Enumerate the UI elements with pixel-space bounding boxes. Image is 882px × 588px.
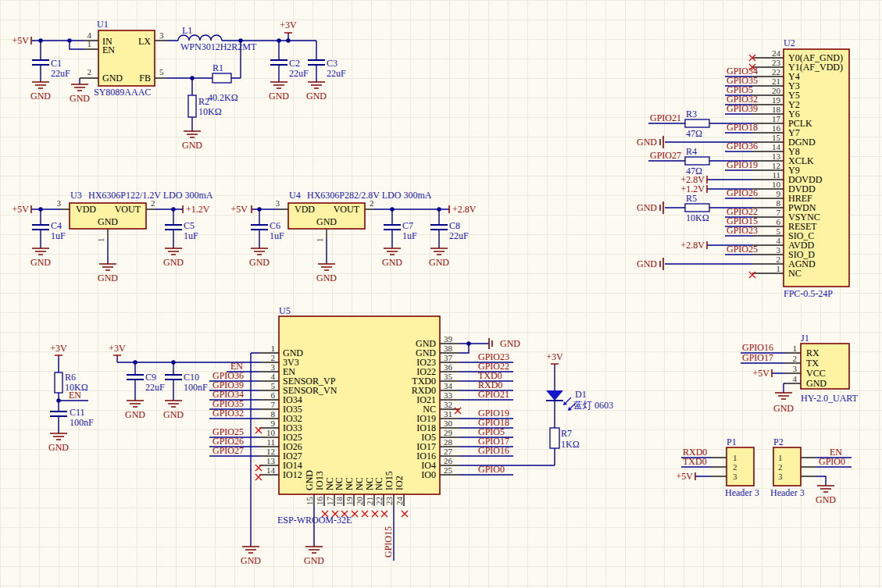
power-port-3v[interactable]: +3V (109, 343, 126, 354)
net-label[interactable]: GPIO0 (478, 464, 505, 475)
c1-value[interactable]: 22uF (51, 68, 70, 79)
net-label[interactable]: TXD0 (683, 456, 707, 467)
net-label[interactable]: GPIO23 (727, 225, 758, 236)
c10-value[interactable]: 100nF (184, 382, 208, 393)
net-label[interactable]: GPIO39 (727, 103, 758, 114)
c3-value[interactable]: 22uF (327, 68, 346, 79)
c5-ref[interactable]: C5 (184, 220, 195, 231)
u1-ref[interactable]: U1 (97, 19, 109, 30)
j1-footprint[interactable]: HY-2.0_UART (801, 393, 859, 404)
p1-ref[interactable]: P1 (727, 437, 737, 447)
power-port-1v2[interactable]: +1.2V (186, 204, 210, 215)
net-label[interactable]: GPIO21 (650, 112, 681, 123)
power-port-5v[interactable]: +5V (12, 35, 30, 46)
p2-ref[interactable]: P2 (773, 437, 784, 447)
r1-body[interactable] (212, 73, 231, 83)
c8-ref[interactable]: C8 (449, 220, 460, 231)
r2-body[interactable] (188, 95, 196, 117)
c5-value[interactable]: 1uF (184, 230, 198, 241)
r7-body[interactable] (550, 428, 559, 448)
power-port-2v8[interactable]: +2.8V (452, 204, 477, 215)
net-label[interactable]: GPIO27 (650, 150, 681, 161)
c3-body[interactable] (308, 60, 325, 65)
r3-body[interactable] (685, 119, 709, 127)
c9-body[interactable] (127, 375, 144, 380)
r7-value[interactable]: 1KΩ (561, 439, 580, 450)
power-port-3v[interactable]: +3V (546, 351, 563, 362)
r5-value[interactable]: 10KΩ (686, 212, 709, 223)
u4-ref[interactable]: U4 (289, 190, 301, 201)
u2-ref[interactable]: U2 (784, 37, 795, 48)
r1-value[interactable]: 40.2KΩ (208, 92, 238, 103)
power-port-3v[interactable]: +3V (50, 343, 67, 354)
c4-body[interactable] (32, 225, 49, 230)
u3-ref[interactable]: U3 (70, 190, 82, 201)
d1-value[interactable]: 蓝灯 0603 (573, 400, 613, 411)
r1-ref[interactable]: R1 (212, 62, 223, 73)
net-label[interactable]: GPIO18 (727, 122, 758, 133)
c9-value[interactable]: 22uF (145, 382, 165, 393)
power-port-3v[interactable]: +3V (280, 20, 297, 30)
p1-body[interactable] (727, 447, 754, 486)
c4-ref[interactable]: C4 (51, 220, 62, 231)
net-label-en[interactable]: EN (69, 390, 81, 401)
power-port-2v8[interactable]: +2.8V (681, 240, 705, 251)
r6-ref[interactable]: R6 (65, 372, 76, 383)
c1-body[interactable] (32, 60, 49, 65)
c7-ref[interactable]: C7 (402, 220, 413, 231)
net-label[interactable]: GPIO19 (727, 159, 758, 170)
r5-ref[interactable]: R5 (686, 193, 697, 204)
r2-value[interactable]: 10KΩ (198, 106, 222, 117)
l1-value[interactable]: WPN3012H2R2MT (180, 41, 257, 52)
u5-ref[interactable]: U5 (279, 305, 291, 316)
net-label[interactable]: GPIO21 (478, 389, 509, 400)
p2-footprint[interactable]: Header 3 (770, 487, 805, 498)
c8-value[interactable]: 22uF (449, 230, 469, 241)
r7-ref[interactable]: R7 (561, 428, 572, 439)
c11-ref[interactable]: C11 (70, 407, 85, 418)
c1-ref[interactable]: C1 (51, 58, 62, 69)
c3-ref[interactable]: C3 (327, 58, 337, 69)
net-label[interactable]: GPIO25 (727, 244, 758, 255)
power-port-5v[interactable]: +5V (753, 368, 770, 379)
net-label[interactable]: GPIO16 (478, 445, 509, 456)
r3-ref[interactable]: R3 (686, 109, 697, 119)
u2-footprint[interactable]: FPC-0.5-24P (784, 288, 833, 299)
p1-footprint[interactable]: Header 3 (725, 487, 759, 498)
net-label[interactable]: GPIO0 (819, 456, 845, 467)
net-label[interactable]: GPIO36 (727, 141, 758, 151)
r4-ref[interactable]: R4 (686, 146, 697, 157)
r4-value[interactable]: 47Ω (686, 166, 702, 176)
r6-body[interactable] (55, 372, 62, 393)
net-label[interactable]: GPIO26 (727, 187, 758, 198)
c2-ref[interactable]: C2 (289, 58, 300, 69)
c6-value[interactable]: 1uF (270, 230, 284, 241)
c10-ref[interactable]: C10 (184, 372, 199, 383)
c5-body[interactable] (165, 225, 182, 230)
c6-body[interactable] (251, 225, 268, 230)
r3-value[interactable]: 47Ω (686, 128, 702, 139)
c9-ref[interactable]: C9 (145, 372, 156, 383)
d1-ref[interactable]: D1 (575, 389, 587, 400)
l1-ref[interactable]: L1 (182, 25, 192, 36)
c10-body[interactable] (165, 375, 182, 380)
r5-body[interactable] (685, 204, 709, 212)
net-label[interactable]: GPIO32 (212, 408, 244, 419)
c7-value[interactable]: 1uF (402, 230, 417, 241)
u1-value[interactable]: SY8089AAAC (94, 87, 151, 98)
c4-value[interactable]: 1uF (51, 230, 66, 241)
d1-led-body[interactable] (546, 390, 563, 401)
power-port-5v[interactable]: +5V (231, 204, 248, 215)
c11-value[interactable]: 100nF (70, 417, 94, 428)
c6-ref[interactable]: C6 (270, 220, 280, 231)
net-label[interactable]: GPIO15 (383, 526, 394, 558)
c8-body[interactable] (430, 225, 448, 230)
j1-ref[interactable]: J1 (801, 333, 809, 344)
l1-body[interactable] (178, 35, 222, 41)
c11-body[interactable] (50, 412, 67, 416)
net-label[interactable]: GPIO17 (742, 352, 773, 363)
net-label[interactable]: GPIO27 (212, 445, 244, 456)
power-port-5v[interactable]: +5V (12, 204, 30, 215)
u5-part[interactable]: ESP-WROOM-32E (277, 515, 352, 526)
r2-ref[interactable]: R2 (198, 96, 209, 107)
